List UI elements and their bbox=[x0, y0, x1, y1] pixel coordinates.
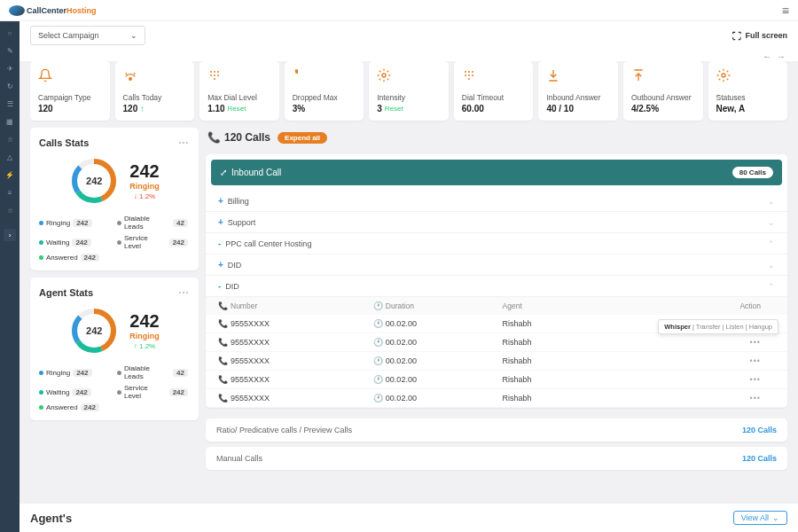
kpi-card-4[interactable]: Intensity3Reset bbox=[369, 61, 449, 121]
legend-item: Dialable Leads42 bbox=[117, 364, 188, 380]
chevron-down-icon: ⌄ bbox=[772, 513, 779, 522]
svg-point-4 bbox=[210, 74, 212, 76]
svg-point-3 bbox=[217, 71, 219, 73]
legend-item: Dialable Leads42 bbox=[117, 215, 188, 231]
accordion-item-3[interactable]: +DID⌄ bbox=[206, 254, 787, 276]
legend-dot-icon bbox=[39, 221, 43, 225]
row-actions-icon[interactable]: ••• bbox=[750, 356, 761, 365]
side-nav-2[interactable]: ✎ bbox=[5, 46, 14, 55]
more-icon[interactable]: ⋯ bbox=[178, 286, 190, 299]
kpi-label: Dial Timeout bbox=[462, 93, 526, 102]
kpi-card-6[interactable]: Inbound Answer40 / 10 bbox=[538, 61, 618, 121]
number-subtitle: Ringing bbox=[129, 182, 160, 191]
kpi-label: Campaign Type bbox=[38, 93, 102, 102]
accordion-item-4[interactable]: -DID⌃ bbox=[206, 276, 787, 297]
phone-icon: 📞 bbox=[218, 319, 228, 328]
expand-all-button[interactable]: Expend all bbox=[278, 132, 327, 144]
hamburger-icon[interactable]: ≡ bbox=[782, 4, 789, 18]
bell-icon bbox=[38, 68, 52, 82]
summary-row-1[interactable]: Manual Calls120 Calls bbox=[206, 447, 787, 470]
legend-badge: 42 bbox=[173, 369, 188, 377]
fullscreen-icon: ⛶ bbox=[732, 31, 741, 41]
gear-icon bbox=[716, 68, 731, 82]
kpi-value: 1.10Reset bbox=[207, 104, 271, 113]
toolbar: Select Campaign ⌄ ⛶ Full screen bbox=[20, 21, 798, 50]
side-nav-7[interactable]: ☆ bbox=[5, 135, 14, 144]
side-nav-11[interactable]: ☆ bbox=[5, 206, 14, 215]
legend-dot-icon bbox=[39, 240, 43, 245]
side-nav-3[interactable]: ✈ bbox=[5, 64, 14, 73]
kpi-label: Inbound Answer bbox=[546, 93, 610, 102]
agents-section: Agent's View All ⌄ bbox=[20, 503, 798, 532]
gear-icon bbox=[377, 68, 391, 82]
phone-drop-icon bbox=[293, 68, 307, 82]
phone-ringing-icon bbox=[123, 68, 137, 82]
scroll-left-icon[interactable]: ← bbox=[763, 51, 771, 61]
table-header: 📞Number🕐DurationAgentAction bbox=[206, 297, 787, 315]
legend-item: Answered242 bbox=[39, 403, 110, 411]
kpi-card-3[interactable]: Dropped Max3% bbox=[285, 61, 364, 121]
phone-icon: 📞 bbox=[218, 356, 228, 365]
phone-icon: 📞 bbox=[218, 301, 228, 310]
campaign-select[interactable]: Select Campaign ⌄ bbox=[30, 26, 145, 45]
legend-item: Ringing242 bbox=[39, 215, 110, 231]
accordion-item-1[interactable]: +Support⌄ bbox=[206, 212, 787, 233]
view-all-button[interactable]: View All ⌄ bbox=[733, 511, 787, 525]
side-nav-9[interactable]: ⚡ bbox=[5, 170, 14, 179]
kpi-value: 3Reset bbox=[377, 104, 441, 113]
kpi-card-7[interactable]: Outbound Answer4/2.5% bbox=[623, 61, 703, 121]
svg-point-2 bbox=[214, 71, 215, 73]
kpi-card-2[interactable]: Max Dial Level1.10Reset bbox=[200, 61, 279, 121]
legend-item: Answered242 bbox=[39, 254, 110, 262]
legend-badge: 42 bbox=[173, 219, 188, 227]
svg-point-13 bbox=[468, 74, 470, 76]
legend-dot-icon bbox=[117, 371, 121, 375]
accordion-item-0[interactable]: +Billing⌄ bbox=[206, 191, 787, 212]
inbound-call-hero[interactable]: ⤢Inbound Call80 Calls bbox=[211, 160, 782, 185]
kpi-value: 120 bbox=[38, 104, 102, 113]
svg-point-10 bbox=[468, 71, 470, 73]
kpi-card-8[interactable]: StatusesNew, A bbox=[708, 61, 788, 121]
side-nav-1[interactable]: ○ bbox=[5, 28, 14, 37]
legend-item: Waiting242 bbox=[39, 384, 110, 400]
fullscreen-button[interactable]: ⛶ Full screen bbox=[732, 31, 787, 41]
summary-label: Ratio/ Predicative calls / Preview Calls bbox=[216, 426, 352, 434]
gauge-chart: 242 bbox=[69, 306, 119, 356]
sidebar-expand-button[interactable]: › bbox=[4, 229, 16, 241]
legend: Ringing242Dialable Leads42Waiting242Serv… bbox=[39, 364, 190, 411]
side-nav-10[interactable]: ≡ bbox=[5, 188, 14, 197]
side-nav-4[interactable]: ↻ bbox=[5, 82, 14, 90]
side-nav-5[interactable]: ☰ bbox=[5, 99, 14, 108]
agents-title: Agent's bbox=[30, 512, 72, 525]
reset-link[interactable]: Reset bbox=[228, 105, 246, 113]
outbound-icon bbox=[631, 68, 645, 82]
side-nav-6[interactable]: ▦ bbox=[5, 117, 14, 126]
svg-point-6 bbox=[217, 74, 219, 76]
reset-link[interactable]: Reset bbox=[385, 105, 403, 113]
legend-dot-icon bbox=[117, 390, 121, 395]
svg-point-5 bbox=[214, 74, 215, 76]
row-actions-icon[interactable]: ••• bbox=[750, 338, 761, 347]
row-actions-icon[interactable]: ••• bbox=[750, 394, 761, 403]
row-actions-icon[interactable]: ••• bbox=[750, 375, 761, 384]
kpi-card-0[interactable]: Campaign Type120 bbox=[30, 61, 110, 121]
chevron-icon: ⌃ bbox=[768, 282, 775, 291]
legend-badge: 242 bbox=[73, 369, 91, 377]
accordion-item-2[interactable]: -PPC call Center Hosting⌃ bbox=[206, 233, 787, 254]
kpi-card-1[interactable]: Calls Today120↑ bbox=[115, 61, 195, 121]
number-subtitle: Ringing bbox=[129, 332, 160, 340]
kpi-value: 4/2.5% bbox=[631, 104, 695, 113]
scroll-right-icon[interactable]: → bbox=[777, 51, 786, 61]
chevron-icon: ⌄ bbox=[768, 197, 775, 206]
kpi-value: 60.00 bbox=[462, 104, 526, 113]
phone-icon: 📞 bbox=[218, 394, 228, 403]
logo[interactable]: CallCenterHosting bbox=[9, 5, 97, 16]
more-icon[interactable]: ⋯ bbox=[178, 137, 190, 149]
svg-point-7 bbox=[214, 78, 215, 80]
summary-row-0[interactable]: Ratio/ Predicative calls / Preview Calls… bbox=[206, 419, 787, 442]
side-nav-8[interactable]: △ bbox=[5, 153, 14, 161]
legend: Ringing242Dialable Leads42Waiting242Serv… bbox=[39, 215, 190, 262]
svg-point-8 bbox=[382, 74, 386, 77]
legend-badge: 242 bbox=[169, 388, 188, 396]
kpi-card-5[interactable]: Dial Timeout60.00 bbox=[454, 61, 534, 121]
